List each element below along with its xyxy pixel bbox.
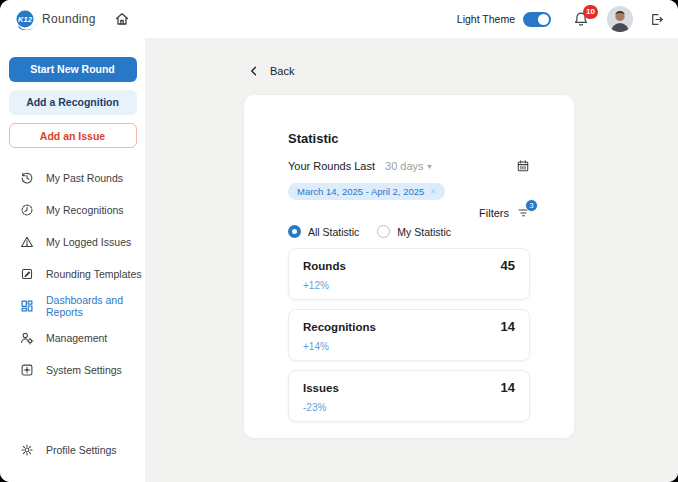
- sidebar-item-rounding-templates[interactable]: Rounding Templates: [0, 258, 145, 290]
- dashboard-icon: [20, 299, 34, 313]
- sidebar: Start New Round Add a Recognition Add an…: [0, 38, 145, 482]
- radio-selected-icon: [288, 225, 301, 238]
- sidebar-item-label: System Settings: [46, 364, 122, 376]
- notification-badge: 10: [583, 5, 598, 19]
- start-new-round-button[interactable]: Start New Round: [9, 57, 137, 82]
- sidebar-item-profile-settings[interactable]: Profile Settings: [0, 434, 145, 466]
- add-issue-button[interactable]: Add an Issue: [9, 123, 137, 148]
- back-button[interactable]: Back: [248, 65, 294, 77]
- theme-toggle[interactable]: [523, 12, 551, 27]
- app-window: K12 Rounding Light Theme: [0, 0, 678, 482]
- radio-all-statistic[interactable]: All Statistic: [288, 225, 359, 238]
- chip-close-icon[interactable]: ×: [430, 187, 436, 197]
- back-label: Back: [270, 65, 294, 77]
- sidebar-item-label: My Past Rounds: [46, 172, 123, 184]
- add-recognition-button[interactable]: Add a Recognition: [9, 90, 137, 115]
- chevron-down-icon: ▾: [428, 162, 432, 171]
- gear-icon: [20, 443, 34, 457]
- date-range-text: March 14, 2025 - April 2, 2025: [297, 186, 424, 197]
- clock-icon: [20, 203, 34, 217]
- panel-title: Statistic: [288, 131, 530, 146]
- sidebar-item-label: My Logged Issues: [46, 236, 131, 248]
- stat-card-list: Rounds 45 +12% Recognitions 14 +14% Issu…: [288, 248, 530, 422]
- home-icon: [114, 11, 130, 27]
- stat-change: +12%: [303, 280, 515, 291]
- template-icon: [20, 267, 34, 281]
- sidebar-item-my-recognitions[interactable]: My Recognitions: [0, 194, 145, 226]
- topbar: K12 Rounding Light Theme: [0, 0, 678, 38]
- filters-count-badge: 3: [525, 199, 538, 212]
- brand-name: Rounding: [42, 12, 96, 26]
- stat-card-recognitions[interactable]: Recognitions 14 +14%: [288, 309, 530, 361]
- filters-label: Filters: [479, 207, 509, 219]
- app-logo: K12 Rounding: [14, 8, 96, 30]
- sidebar-nav: My Past Rounds My Recognitions: [0, 162, 145, 386]
- radio-unselected-icon: [377, 225, 390, 238]
- range-value: 30 days: [385, 160, 424, 172]
- history-icon: [20, 171, 34, 185]
- chevron-left-icon: [248, 65, 260, 77]
- sidebar-item-label: Dashboards and Reports: [46, 294, 145, 318]
- logout-icon: [649, 12, 664, 27]
- logout-button[interactable]: [649, 12, 664, 27]
- notifications-button[interactable]: 10: [573, 11, 589, 28]
- avatar[interactable]: [607, 6, 633, 32]
- calendar-button[interactable]: [516, 159, 530, 173]
- sidebar-item-label: My Recognitions: [46, 204, 124, 216]
- main-content: Back Statistic Your Rounds Last 30 days …: [145, 38, 678, 482]
- sidebar-item-my-past-rounds[interactable]: My Past Rounds: [0, 162, 145, 194]
- filters-button[interactable]: 3: [517, 206, 530, 219]
- stat-card-rounds[interactable]: Rounds 45 +12%: [288, 248, 530, 300]
- stat-change: -23%: [303, 402, 515, 413]
- stat-change: +14%: [303, 341, 515, 352]
- system-settings-icon: [20, 363, 34, 377]
- theme-label: Light Theme: [457, 13, 515, 25]
- sidebar-item-label: Profile Settings: [46, 444, 117, 456]
- stat-card-issues[interactable]: Issues 14 -23%: [288, 370, 530, 422]
- sidebar-item-my-logged-issues[interactable]: My Logged Issues: [0, 226, 145, 258]
- radio-my-statistic[interactable]: My Statistic: [377, 225, 451, 238]
- user-gear-icon: [20, 331, 34, 345]
- sidebar-item-label: Rounding Templates: [46, 268, 142, 280]
- toggle-knob: [538, 14, 549, 25]
- date-range-chip[interactable]: March 14, 2025 - April 2, 2025 ×: [288, 183, 445, 200]
- home-button[interactable]: [114, 11, 130, 27]
- statistic-panel: Statistic Your Rounds Last 30 days ▾: [244, 95, 574, 438]
- range-select[interactable]: 30 days ▾: [385, 160, 432, 172]
- sidebar-item-label: Management: [46, 332, 107, 344]
- sidebar-item-management[interactable]: Management: [0, 322, 145, 354]
- warning-icon: [20, 235, 34, 249]
- sidebar-item-dashboards-and-reports[interactable]: Dashboards and Reports: [0, 290, 145, 322]
- svg-text:K12: K12: [18, 15, 33, 24]
- k12-logo-icon: K12: [14, 8, 40, 30]
- calendar-icon: [516, 159, 530, 173]
- range-label: Your Rounds Last: [288, 160, 375, 172]
- sidebar-item-system-settings[interactable]: System Settings: [0, 354, 145, 386]
